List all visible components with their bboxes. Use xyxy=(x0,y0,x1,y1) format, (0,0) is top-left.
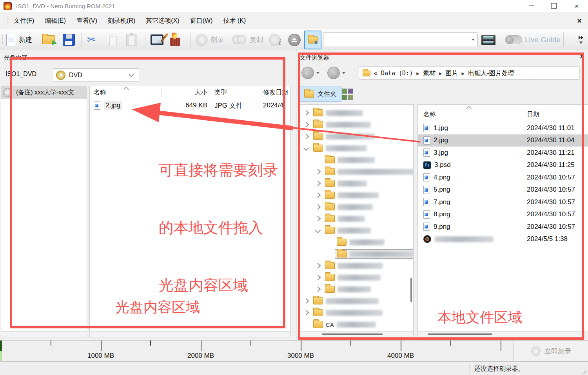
expand-icon[interactable] xyxy=(303,122,309,127)
file-row[interactable]: 2.jpg2024/4/30 11:04 xyxy=(418,134,588,147)
expand-icon[interactable] xyxy=(303,298,309,304)
back-button[interactable]: ← xyxy=(301,67,314,79)
cover-designer-button[interactable] xyxy=(151,29,163,50)
expand-icon[interactable] xyxy=(315,263,321,268)
toolbar-overflow-button[interactable] xyxy=(579,29,583,50)
burn-button[interactable]: 刻录 xyxy=(196,29,224,50)
file-row[interactable]: 9.png2024/4/30 10:57 xyxy=(418,221,588,233)
breadcrumb[interactable]: «Data (D:)▶素材▶图片▶电锯人-图片处理 xyxy=(359,67,579,80)
file-row[interactable]: 3.jpg2024/4/30 11:21 xyxy=(418,147,588,159)
folders-view-button[interactable]: 文件夹 xyxy=(299,87,341,101)
open-button[interactable] xyxy=(42,29,55,50)
file-row[interactable]: Ps3.psd2024/4/30 11:25 xyxy=(418,159,588,172)
erase-disc-button[interactable] xyxy=(170,29,180,50)
expand-icon[interactable] xyxy=(315,192,321,198)
thumbnail-view-button[interactable] xyxy=(341,88,354,101)
browser-close-button[interactable]: × xyxy=(580,53,584,61)
expand-icon[interactable] xyxy=(303,110,309,116)
tree-item[interactable] xyxy=(299,248,413,260)
menu-item[interactable]: 文件(F) xyxy=(14,17,34,25)
expand-icon[interactable] xyxy=(315,181,321,186)
expand-icon[interactable] xyxy=(303,310,309,315)
eject-button[interactable] xyxy=(288,29,301,50)
disc-type-combobox[interactable]: DVD xyxy=(53,68,139,82)
copy-disc-button[interactable]: 复制 xyxy=(232,29,263,50)
recorder-combobox[interactable] xyxy=(323,29,477,50)
menu-item[interactable]: 技术 (K) xyxy=(223,17,246,25)
tree-item[interactable] xyxy=(299,283,413,295)
file-row[interactable]: 8.png2024/4/30 10:57 xyxy=(418,208,588,221)
resize-grip[interactable] xyxy=(583,370,586,374)
file-list-header[interactable]: 名称 日期 xyxy=(418,105,588,122)
menu-item[interactable]: 查看(V) xyxy=(76,17,97,25)
tree-item[interactable] xyxy=(299,119,413,130)
paste-button[interactable] xyxy=(126,29,137,50)
live-guide-toggle[interactable]: Live Guide xyxy=(505,29,561,50)
tree-item[interactable] xyxy=(299,236,413,248)
breadcrumb-collapse-chevrons[interactable]: « xyxy=(374,70,377,77)
collapse-icon[interactable] xyxy=(303,145,309,151)
breadcrumb-separator-icon[interactable]: ▶ xyxy=(462,71,465,76)
forward-button[interactable]: → xyxy=(327,67,340,79)
collapse-icon[interactable] xyxy=(315,228,321,233)
tree-item[interactable] xyxy=(299,201,413,213)
minimize-button[interactable] xyxy=(520,0,543,12)
file-row[interactable]: 4.png2024/4/30 10:57 xyxy=(418,171,588,184)
expand-icon[interactable] xyxy=(315,216,321,221)
file-row[interactable]: 5.png2024/4/30 10:57 xyxy=(418,184,588,196)
tree-item[interactable] xyxy=(299,142,413,154)
tree-vscrollbar[interactable] xyxy=(410,278,412,302)
tree-item[interactable] xyxy=(299,307,413,319)
burn-now-button[interactable]: 立即刻录 xyxy=(514,340,588,362)
new-compilation-button[interactable]: 新建 xyxy=(6,29,32,50)
expand-icon[interactable] xyxy=(315,169,321,174)
document-close-button[interactable]: × xyxy=(577,16,582,25)
expand-icon[interactable] xyxy=(315,204,321,210)
tree-item[interactable] xyxy=(299,213,413,225)
menu-item[interactable]: 窗口(W) xyxy=(190,17,213,25)
file-browser-toggle-button[interactable] xyxy=(304,29,321,50)
disc-list-header[interactable]: 名称 大小 类型 修改日期 xyxy=(90,86,290,99)
tree-item[interactable] xyxy=(299,225,413,236)
tree-item[interactable] xyxy=(299,189,413,201)
list-hscrollbar[interactable] xyxy=(417,331,585,337)
tree-item[interactable] xyxy=(299,130,413,142)
save-button[interactable] xyxy=(63,29,75,50)
cut-button[interactable]: ✂ xyxy=(87,29,96,50)
tree-item[interactable] xyxy=(299,178,413,189)
file-row[interactable]: 1.jpg2024/4/30 11:01 xyxy=(418,122,588,134)
back-history-dropdown[interactable] xyxy=(316,72,319,74)
copy-button[interactable] xyxy=(107,29,117,50)
tree-item[interactable] xyxy=(299,272,413,283)
menu-item[interactable]: 其它选项(X) xyxy=(146,17,179,25)
disc-info-button[interactable]: i xyxy=(269,29,281,50)
file-row[interactable]: 7.png2024/4/30 10:57 xyxy=(418,196,588,208)
disc-file-row[interactable]: 2.jpg 649 KB JPG 文件 2024/4, xyxy=(90,99,290,112)
breadcrumb-segment[interactable]: 素材 xyxy=(423,69,436,78)
tree-item[interactable] xyxy=(299,107,413,119)
breadcrumb-separator-icon[interactable]: ▶ xyxy=(439,71,442,76)
expand-icon[interactable] xyxy=(315,275,321,280)
breadcrumb-segment[interactable]: Data (D:) xyxy=(381,70,413,77)
combo-dropdown-button[interactable] xyxy=(469,33,477,47)
disc-tree-hscrollbar[interactable] xyxy=(1,331,87,337)
tree-item[interactable]: CA xyxy=(299,319,413,330)
maximize-button[interactable] xyxy=(543,0,565,12)
menu-item[interactable]: 编辑(E) xyxy=(45,17,65,25)
disc-list-hscrollbar[interactable] xyxy=(89,331,291,337)
tree-item[interactable] xyxy=(299,260,413,272)
forward-history-dropdown[interactable] xyxy=(342,72,345,74)
tree-item[interactable] xyxy=(299,154,413,166)
tree-hscrollbar[interactable] xyxy=(299,331,414,337)
close-button[interactable]: × xyxy=(565,0,588,12)
menu-item[interactable]: 刻录机(R) xyxy=(108,17,135,25)
file-row[interactable]: 2024/5/5 1:38 xyxy=(418,233,588,246)
breadcrumb-separator-icon[interactable]: ▶ xyxy=(416,71,419,76)
breadcrumb-segment[interactable]: 电锯人-图片处理 xyxy=(468,69,514,78)
tree-item[interactable] xyxy=(299,295,413,307)
breadcrumb-segment[interactable]: 图片 xyxy=(446,69,458,78)
expand-icon[interactable] xyxy=(315,286,321,292)
tree-item[interactable] xyxy=(299,166,413,178)
expand-icon[interactable] xyxy=(303,134,309,139)
drive-button[interactable] xyxy=(481,29,495,50)
